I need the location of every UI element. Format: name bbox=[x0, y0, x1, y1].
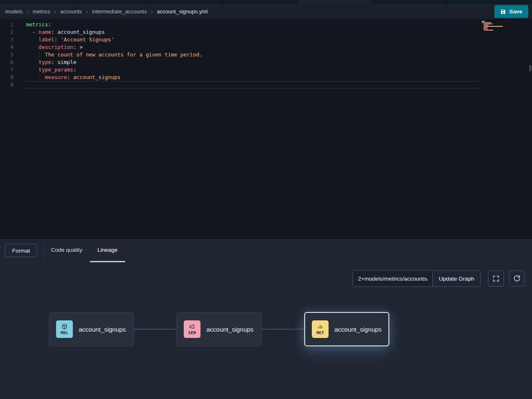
lineage-node-metric[interactable]: MET account_signups bbox=[304, 312, 389, 346]
chevron-right-icon bbox=[53, 10, 57, 14]
node-label: account_signups bbox=[206, 326, 254, 333]
line-number: 2 bbox=[0, 28, 13, 36]
code-token bbox=[26, 59, 39, 65]
code-line[interactable]: description: > bbox=[26, 43, 532, 51]
minimap[interactable] bbox=[482, 21, 508, 32]
code-token: metrics bbox=[26, 21, 48, 28]
code-token: : bbox=[51, 59, 57, 65]
refresh-icon bbox=[513, 275, 521, 282]
code-token: type_params bbox=[39, 66, 73, 73]
fullscreen-icon bbox=[492, 275, 500, 282]
line-number: 1 bbox=[0, 21, 13, 28]
breadcrumb: models metrics accounts intermediate_acc… bbox=[5, 8, 208, 15]
lineage-node-model[interactable]: MDL account_signups bbox=[49, 312, 134, 346]
megaphone-icon bbox=[189, 323, 195, 330]
tab-code-quality[interactable]: Code quality bbox=[44, 239, 90, 262]
save-button[interactable]: Save bbox=[494, 5, 528, 18]
cube-icon bbox=[61, 323, 68, 330]
chevron-right-icon bbox=[85, 10, 89, 14]
code-token: : bbox=[51, 29, 57, 35]
minimap-row bbox=[482, 26, 508, 27]
tab-lineage[interactable]: Lineage bbox=[90, 239, 125, 262]
line-number: 3 bbox=[0, 36, 13, 43]
code-line[interactable] bbox=[25, 81, 480, 89]
editor-file-tab[interactable] bbox=[0, 0, 74, 4]
minimap-row bbox=[482, 30, 508, 31]
editor-file-tab-active[interactable] bbox=[298, 0, 372, 4]
breadcrumb-bar: models metrics accounts intermediate_acc… bbox=[0, 4, 532, 20]
code-token: measure bbox=[45, 74, 67, 80]
code-token: : bbox=[73, 44, 80, 50]
node-type-badge: MET bbox=[316, 330, 324, 335]
bar-chart-icon bbox=[317, 323, 324, 330]
code-line[interactable]: label: 'Account Signups' bbox=[26, 36, 532, 43]
node-label: account_signups bbox=[334, 326, 382, 333]
editor-file-tab[interactable] bbox=[149, 0, 223, 4]
save-button-label: Save bbox=[509, 8, 522, 15]
code-token bbox=[26, 36, 39, 43]
lineage-selector-input[interactable] bbox=[352, 270, 433, 287]
breadcrumb-item: accounts bbox=[60, 8, 82, 15]
node-type-badge: SEM bbox=[188, 330, 196, 335]
code-line[interactable]: The count of new accounts for a given ti… bbox=[26, 51, 532, 59]
code-token bbox=[26, 66, 39, 73]
model-tile: MDL bbox=[56, 320, 73, 338]
line-number: 9 bbox=[0, 81, 13, 89]
fullscreen-button[interactable] bbox=[488, 271, 504, 286]
editor-file-tab[interactable] bbox=[224, 0, 298, 4]
refresh-button[interactable] bbox=[509, 271, 525, 286]
code-line[interactable]: - name: account_signups bbox=[26, 28, 532, 36]
tab-label: Lineage bbox=[98, 247, 118, 253]
indent-guide bbox=[39, 51, 39, 59]
code-token bbox=[26, 44, 39, 50]
editor-scrollbar[interactable] bbox=[529, 20, 532, 238]
minimap-row bbox=[482, 27, 508, 28]
code-line[interactable]: type_params: bbox=[26, 66, 532, 74]
breadcrumb-item: metrics bbox=[33, 8, 50, 15]
file-tab-strip bbox=[0, 0, 532, 4]
code-token: : bbox=[54, 36, 61, 43]
code-content[interactable]: metrics: - name: account_signups label: … bbox=[17, 21, 532, 238]
minimap-row bbox=[482, 25, 508, 26]
panel-toolbar: Format Code quality Lineage bbox=[0, 239, 532, 262]
indent-guide bbox=[39, 74, 39, 81]
format-button[interactable]: Format bbox=[5, 244, 37, 257]
chevron-right-icon bbox=[150, 10, 154, 14]
tab-label: Code quality bbox=[51, 247, 82, 253]
line-number: 4 bbox=[0, 43, 13, 51]
semantic-tile: SEM bbox=[184, 320, 200, 338]
minimap-row bbox=[482, 28, 508, 29]
code-token: label bbox=[39, 36, 54, 43]
code-token: name bbox=[39, 29, 51, 35]
breadcrumb-item-current: account_signups.yml bbox=[157, 8, 208, 15]
chevron-right-icon bbox=[26, 10, 30, 14]
code-line[interactable]: type: simple bbox=[26, 59, 532, 66]
code-line[interactable]: measure: account_signups bbox=[26, 74, 532, 81]
code-token bbox=[26, 51, 45, 58]
code-line[interactable]: metrics: bbox=[26, 21, 532, 28]
lineage-edge bbox=[262, 329, 304, 330]
editor-file-tab[interactable] bbox=[75, 0, 149, 4]
minimap-row bbox=[482, 31, 508, 32]
code-editor[interactable]: 123456789 metrics: - name: account_signu… bbox=[0, 20, 532, 238]
minimap-row bbox=[482, 22, 508, 23]
lineage-node-semantic-model[interactable]: SEM account_signups bbox=[177, 312, 262, 346]
code-token: account_signups bbox=[73, 74, 121, 80]
update-graph-button[interactable]: Update Graph bbox=[432, 270, 481, 287]
code-token: 'Account Signups' bbox=[61, 36, 114, 43]
scrollbar-thumb[interactable] bbox=[529, 65, 532, 72]
code-token: The count of new accounts for a given ti… bbox=[45, 51, 202, 58]
save-icon bbox=[500, 9, 506, 15]
node-label: account_signups bbox=[79, 326, 126, 333]
code-token: simple bbox=[57, 59, 76, 65]
editor-file-tab[interactable] bbox=[373, 0, 447, 4]
minimap-row bbox=[482, 23, 508, 24]
minimap-row bbox=[482, 21, 508, 22]
code-token: : bbox=[73, 66, 77, 73]
code-token: - bbox=[26, 29, 39, 35]
code-token: description bbox=[39, 44, 73, 50]
lineage-controls: Update Graph bbox=[352, 270, 525, 287]
code-token: : bbox=[48, 21, 51, 28]
breadcrumb-item: models bbox=[5, 8, 23, 15]
line-number: 6 bbox=[0, 59, 13, 66]
